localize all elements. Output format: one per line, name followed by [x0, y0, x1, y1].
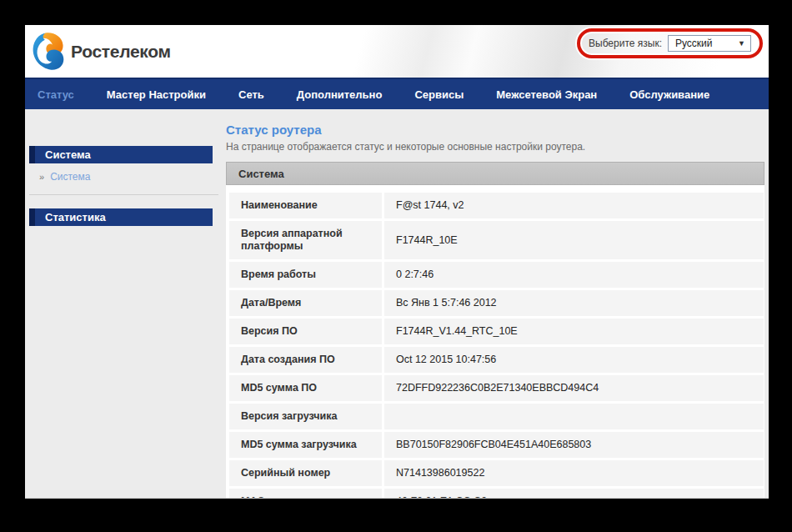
- nav-item-services[interactable]: Сервисы: [414, 88, 464, 101]
- row-value: F@st 1744, v2: [384, 193, 764, 218]
- nav-item-status[interactable]: Статус: [38, 88, 74, 101]
- row-value: [384, 404, 764, 429]
- sidebar-section-statistics: Статистика: [29, 208, 213, 226]
- language-selected-value: Русский: [675, 38, 713, 49]
- red-highlight-annotation: Выберите язык: Русский ▼: [577, 28, 763, 58]
- sidebar-divider: [29, 194, 218, 195]
- section-header-system: Система: [226, 162, 764, 185]
- table-row: Версия ПО F1744R_V1.44_RTC_10E: [229, 319, 764, 344]
- main-content: Статус роутера На странице отображается …: [223, 109, 769, 498]
- row-value: BB70150F82906FCB04E451A40E685803: [384, 432, 764, 458]
- brand: Ростелеком: [32, 32, 171, 72]
- nav-item-firewall[interactable]: Межсетевой Экран: [496, 88, 597, 101]
- row-value: N71413986019522: [384, 460, 764, 486]
- page-description: На странице отображается статус и некото…: [226, 141, 764, 153]
- page-title: Статус роутера: [226, 123, 764, 137]
- dropdown-arrow-icon: ▼: [738, 39, 745, 48]
- row-label: Дата создания ПО: [229, 347, 382, 373]
- row-label: MD5 сумма ПО: [229, 375, 382, 401]
- router-admin-page: Ростелеком Выберите язык: Русский ▼ Стат…: [25, 25, 769, 499]
- table-row: Наименование F@st 1744, v2: [229, 193, 764, 218]
- table-row: Версия аппаратной платформы F1744R_10E: [229, 221, 764, 259]
- sidebar-section-system: Система: [29, 146, 213, 163]
- row-label: Версия аппаратной платформы: [229, 221, 382, 259]
- row-value: F1744R_10E: [384, 221, 764, 259]
- row-label: Версия загрузчика: [229, 404, 382, 429]
- row-value: Oct 12 2015 10:47:56: [384, 347, 764, 373]
- sidebar: Система » Система Статистика: [25, 109, 223, 498]
- table-row: Версия загрузчика: [229, 404, 764, 429]
- row-label: Время работы: [229, 262, 382, 288]
- row-label: Серийный номер: [229, 460, 382, 486]
- nav-item-advanced[interactable]: Дополнительно: [297, 88, 383, 101]
- table-row: MAC-адрес 40:F2:01:E1:CC:C9: [229, 489, 764, 498]
- row-value: Вс Янв 1 5:7:46 2012: [384, 290, 764, 316]
- sidebar-link-system[interactable]: Система: [50, 171, 90, 183]
- row-value: 0 2:7:46: [384, 262, 764, 288]
- row-value: F1744R_V1.44_RTC_10E: [384, 319, 764, 344]
- row-label: MD5 сумма загрузчика: [229, 432, 382, 458]
- language-select[interactable]: Русский ▼: [668, 35, 751, 52]
- table-row: Дата создания ПО Oct 12 2015 10:47:56: [229, 347, 764, 373]
- table-row: Серийный номер N71413986019522: [229, 460, 764, 486]
- table-row: MD5 сумма ПО 72DFFD922236C0B2E71340EBBCD…: [229, 375, 764, 401]
- brand-name: Ростелеком: [71, 42, 171, 62]
- row-value: 72DFFD922236C0B2E71340EBBCD494C4: [384, 375, 764, 401]
- nav-item-wizard[interactable]: Мастер Настройки: [107, 88, 206, 101]
- language-label: Выберите язык:: [589, 38, 662, 49]
- table-row: Дата/Время Вс Янв 1 5:7:46 2012: [229, 290, 764, 316]
- nav-item-maintenance[interactable]: Обслуживание: [629, 88, 709, 101]
- row-value: 40:F2:01:E1:CC:C9: [384, 489, 764, 498]
- arrow-bullet-icon: »: [39, 172, 44, 182]
- row-label: Версия ПО: [229, 319, 382, 344]
- row-label: Дата/Время: [229, 290, 382, 316]
- rostelecom-logo-icon: [32, 32, 65, 72]
- row-label: MAC-адрес: [229, 489, 382, 498]
- table-row: Время работы 0 2:7:46: [229, 262, 764, 288]
- system-info-table: Наименование F@st 1744, v2 Версия аппара…: [226, 185, 764, 498]
- sidebar-item-system[interactable]: » Система: [29, 171, 223, 183]
- page-header: Ростелеком Выберите язык: Русский ▼: [25, 25, 769, 78]
- table-row: MD5 сумма загрузчика BB70150F82906FCB04E…: [229, 432, 764, 458]
- main-nav: Статус Мастер Настройки Сеть Дополнитель…: [25, 78, 769, 109]
- nav-item-network[interactable]: Сеть: [238, 88, 264, 101]
- row-label: Наименование: [229, 193, 382, 218]
